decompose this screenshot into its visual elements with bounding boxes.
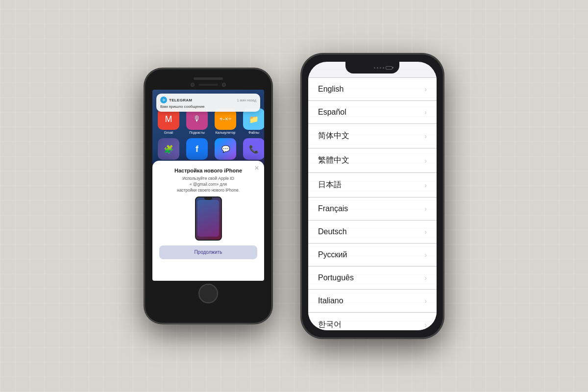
chevron-right-icon: › — [424, 132, 427, 140]
notification-banner[interactable]: ✈ TELEGRAM 1 мин назад Вам пришло сообще… — [156, 94, 260, 112]
chevron-right-icon: › — [424, 157, 427, 165]
left-screen: ✈ TELEGRAM 1 мин назад Вам пришло сообще… — [152, 90, 264, 281]
notch-dot-3 — [380, 67, 381, 69]
chevron-right-icon: › — [424, 251, 427, 259]
notification-body: Вам пришло сообщение — [160, 104, 256, 109]
chevron-right-icon: › — [424, 85, 427, 93]
language-item-espanol[interactable]: Español › — [308, 101, 437, 124]
language-item-traditional-chinese[interactable]: 繁體中文 › — [308, 148, 437, 173]
chevron-right-icon: › — [424, 321, 427, 329]
notification-time: 1 мин назад — [237, 98, 256, 102]
notification-app-row: ✈ TELEGRAM — [160, 97, 192, 103]
iphone-notch — [345, 62, 399, 74]
language-item-japanese[interactable]: 日本語 › — [308, 173, 437, 197]
homescreen: ✈ TELEGRAM 1 мин назад Вам пришло сообще… — [152, 90, 264, 281]
language-name-french: Français — [318, 204, 348, 213]
messenger-icon: 💬 — [215, 138, 236, 160]
chevron-right-icon: › — [424, 297, 427, 305]
language-item-french[interactable]: Français › — [308, 197, 437, 220]
notch-dot-1 — [374, 67, 375, 69]
language-name-english: English — [318, 85, 343, 94]
chevron-right-icon: › — [424, 205, 427, 213]
telegram-icon: ✈ — [160, 97, 167, 103]
language-name-japanese: 日本語 — [318, 180, 342, 190]
dialog-phone-illustration — [195, 196, 222, 241]
calculator-label: Калькулятор — [213, 131, 238, 134]
camera-lens — [191, 83, 195, 87]
language-item-simplified-chinese[interactable]: 简体中文 › — [308, 124, 437, 148]
podcasts-label: Подкасты — [185, 131, 209, 134]
battery-icon — [386, 66, 392, 70]
language-list: English › Español › 简体中文 › 繁體中文 › 日本語 › … — [308, 74, 437, 330]
setup-dialog: ✕ Настройка нового iPhone Используйте св… — [152, 161, 264, 281]
dialog-title: Настройка нового iPhone — [174, 168, 242, 173]
dialog-close-icon[interactable]: ✕ — [254, 165, 259, 172]
facebook-icon: f — [186, 138, 208, 160]
camera-area — [191, 83, 226, 87]
files-label: Файлы — [242, 131, 264, 134]
list-item[interactable]: M Gmail — [156, 108, 181, 134]
language-item-german[interactable]: Deutsch › — [308, 220, 437, 244]
additions-icon: 🧩 — [158, 138, 179, 160]
home-button[interactable] — [198, 284, 218, 303]
earpiece — [198, 84, 218, 86]
list-item[interactable]: 🎙 Подкасты — [185, 108, 209, 134]
language-name-traditional-chinese: 繁體中文 — [318, 155, 349, 166]
language-item-korean[interactable]: 한국어 › — [308, 313, 437, 330]
language-name-korean: 한국어 — [318, 319, 342, 330]
language-name-german: Deutsch — [318, 227, 347, 236]
language-item-italian[interactable]: Italiano › — [308, 290, 437, 313]
list-item[interactable]: 📁 Файлы — [242, 108, 264, 134]
illustration-screen — [197, 200, 219, 237]
right-screen: English › Español › 简体中文 › 繁體中文 › 日本語 › … — [308, 62, 437, 330]
language-item-portuguese[interactable]: Português › — [308, 267, 437, 290]
gmail-label: Gmail — [156, 131, 181, 134]
list-item[interactable]: +-×÷ Калькулятор — [213, 108, 238, 134]
left-phone: ✈ TELEGRAM 1 мин назад Вам пришло сообще… — [145, 69, 272, 323]
notification-app-name: TELEGRAM — [169, 98, 192, 102]
language-name-russian: Русский — [318, 250, 347, 259]
illustration-notch — [204, 197, 212, 200]
speaker — [194, 77, 223, 80]
notch-dot-4 — [383, 67, 384, 69]
language-item-russian[interactable]: Русский › — [308, 244, 437, 267]
language-name-italian: Italiano — [318, 296, 343, 305]
language-item-english[interactable]: English › — [308, 77, 437, 101]
language-name-espanol: Español — [318, 108, 346, 117]
language-name-portuguese: Português — [318, 273, 354, 282]
notch-dot-2 — [377, 67, 378, 69]
dialog-body: Используйте свой Apple ID« @gmail.com» д… — [177, 176, 240, 194]
sensor-dot — [222, 83, 226, 87]
chevron-right-icon: › — [424, 274, 427, 282]
chevron-right-icon: › — [424, 108, 427, 116]
right-phone: English › Español › 简体中文 › 繁體中文 › 日本語 › … — [301, 54, 443, 338]
chevron-right-icon: › — [424, 228, 427, 236]
viber-icon: 📞 — [243, 138, 264, 160]
notification-header: ✈ TELEGRAM 1 мин назад — [160, 97, 256, 103]
language-name-simplified-chinese: 简体中文 — [318, 131, 349, 141]
chevron-right-icon: › — [424, 181, 427, 189]
continue-button[interactable]: Продолжить — [159, 245, 257, 259]
